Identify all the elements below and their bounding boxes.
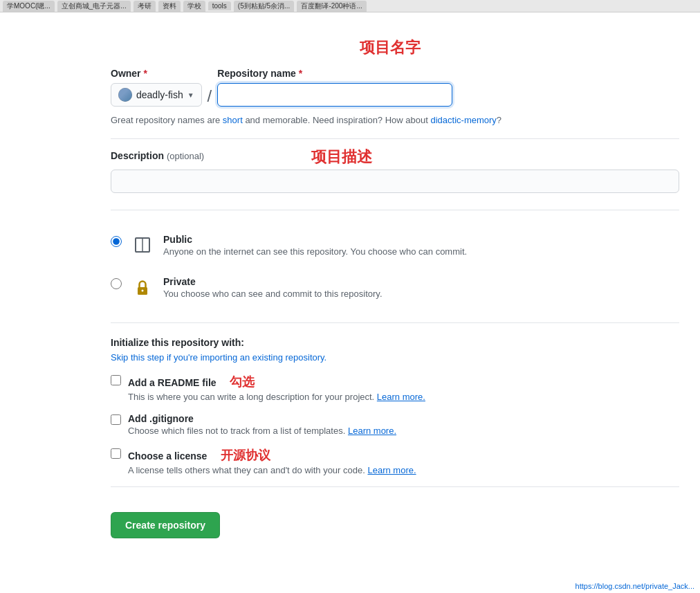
owner-required-star: * bbox=[143, 68, 147, 79]
license-label[interactable]: Choose a license 开源协议 bbox=[128, 447, 416, 464]
private-description: You choose who can see and commit to thi… bbox=[163, 289, 383, 299]
gitignore-description: Choose which files not to track from a l… bbox=[128, 426, 396, 436]
svg-point-4 bbox=[142, 289, 144, 291]
readme-label[interactable]: Add a README file 勾选 bbox=[128, 374, 425, 390]
tab-4[interactable]: 资料 bbox=[158, 1, 181, 12]
license-description: A license tells others what they can and… bbox=[128, 465, 416, 475]
description-section: Description (optional) 项目描述 bbox=[111, 150, 679, 193]
init-section: Initialize this repository with: Skip th… bbox=[111, 337, 679, 475]
divider-4 bbox=[111, 486, 679, 487]
annotation-project-name: 项目名字 bbox=[360, 37, 421, 58]
readme-checkbox[interactable] bbox=[111, 375, 121, 385]
public-description: Anyone on the internet can see this repo… bbox=[163, 246, 467, 257]
repo-name-label: Repository name * bbox=[217, 68, 452, 79]
gitignore-content: Add .gitignore Choose which files not to… bbox=[128, 413, 396, 436]
init-subtitle: Skip this step if you're importing an ex… bbox=[111, 352, 679, 363]
repo-name-required-star: * bbox=[299, 68, 302, 79]
owner-avatar bbox=[118, 88, 132, 102]
page-container: 项目名字 Owner * deadly-fish ▼ / Repository … bbox=[0, 12, 700, 566]
public-radio[interactable] bbox=[111, 236, 122, 247]
hint-text-2: and memorable. Need inspiration? How abo… bbox=[243, 115, 431, 125]
license-checkbox[interactable] bbox=[111, 448, 121, 459]
owner-field-group: Owner * deadly-fish ▼ bbox=[111, 68, 202, 107]
readme-description: This is where you can write a long descr… bbox=[128, 392, 425, 402]
avatar-img bbox=[118, 88, 132, 102]
license-annotation: 开源协议 bbox=[221, 448, 270, 462]
owner-value: deadly-fish bbox=[136, 89, 183, 100]
readme-learn-more-link[interactable]: Learn more. bbox=[377, 392, 425, 402]
owner-label: Owner * bbox=[111, 68, 202, 79]
private-radio[interactable] bbox=[111, 278, 122, 289]
public-content: Public Anyone on the internet can see th… bbox=[163, 234, 467, 257]
private-content: Private You choose who can see and commi… bbox=[163, 276, 383, 299]
license-content: Choose a license 开源协议 A license tells ot… bbox=[128, 447, 416, 475]
tab-5[interactable]: 学校 bbox=[183, 1, 205, 12]
gitignore-checkbox[interactable] bbox=[111, 414, 121, 425]
gitignore-checkbox-option: Add .gitignore Choose which files not to… bbox=[111, 413, 679, 436]
divider-3 bbox=[111, 322, 679, 323]
tab-1[interactable]: 学MOOC(嗯... bbox=[3, 1, 55, 12]
owner-select[interactable]: deadly-fish ▼ bbox=[111, 83, 202, 107]
gitignore-learn-more-link[interactable]: Learn more. bbox=[348, 426, 396, 436]
public-label[interactable]: Public bbox=[163, 234, 467, 245]
hint-text: Great repository names are short and mem… bbox=[111, 113, 679, 127]
hint-suggestion-link[interactable]: didactic-memory bbox=[430, 115, 496, 125]
browser-tabs: 学MOOC(嗯... 立创商城_电子元器... 考研 资料 学校 tools (… bbox=[0, 0, 700, 12]
public-icon bbox=[131, 234, 154, 256]
tab-3[interactable]: 考研 bbox=[133, 1, 156, 12]
repo-name-input[interactable] bbox=[217, 83, 452, 107]
divider-2 bbox=[111, 210, 679, 210]
description-label: Description (optional) bbox=[111, 150, 679, 161]
tab-2[interactable]: 立创商城_电子元器... bbox=[57, 1, 131, 12]
license-checkbox-option: Choose a license 开源协议 A license tells ot… bbox=[111, 447, 679, 475]
create-repository-button[interactable]: Create repository bbox=[111, 512, 220, 538]
readme-checkbox-option: Add a README file 勾选 This is where you c… bbox=[111, 374, 679, 402]
divider-1 bbox=[111, 138, 679, 139]
hint-text-3: ? bbox=[497, 115, 501, 125]
tab-6[interactable]: tools bbox=[208, 1, 231, 10]
init-title: Initialize this repository with: bbox=[111, 337, 679, 348]
public-book-svg bbox=[131, 234, 154, 256]
gitignore-label[interactable]: Add .gitignore bbox=[128, 413, 396, 424]
radio-option-private: Private You choose who can see and commi… bbox=[111, 266, 679, 309]
tab-8[interactable]: 百度翻译-200种语... bbox=[297, 1, 366, 12]
tab-7[interactable]: (5到粘贴/5余消... bbox=[234, 1, 295, 12]
hint-text-1: Great repository names are bbox=[111, 115, 223, 125]
owner-dropdown-arrow: ▼ bbox=[187, 91, 194, 99]
description-input[interactable] bbox=[111, 170, 679, 193]
readme-content: Add a README file 勾选 This is where you c… bbox=[128, 374, 425, 402]
private-icon bbox=[131, 276, 154, 298]
repo-name-field-group: Repository name * bbox=[217, 68, 452, 107]
readme-annotation: 勾选 bbox=[230, 375, 255, 389]
radio-option-public: Public Anyone on the internet can see th… bbox=[111, 224, 679, 266]
description-optional: (optional) bbox=[167, 151, 204, 161]
hint-short: short bbox=[223, 115, 243, 125]
slash-separator: / bbox=[202, 84, 218, 108]
license-learn-more-link[interactable]: Learn more. bbox=[367, 465, 416, 475]
private-lock-svg bbox=[131, 276, 154, 298]
visibility-radio-group: Public Anyone on the internet can see th… bbox=[111, 224, 679, 309]
owner-repo-row: Owner * deadly-fish ▼ / Repository name … bbox=[111, 68, 679, 108]
private-label[interactable]: Private bbox=[163, 276, 383, 287]
